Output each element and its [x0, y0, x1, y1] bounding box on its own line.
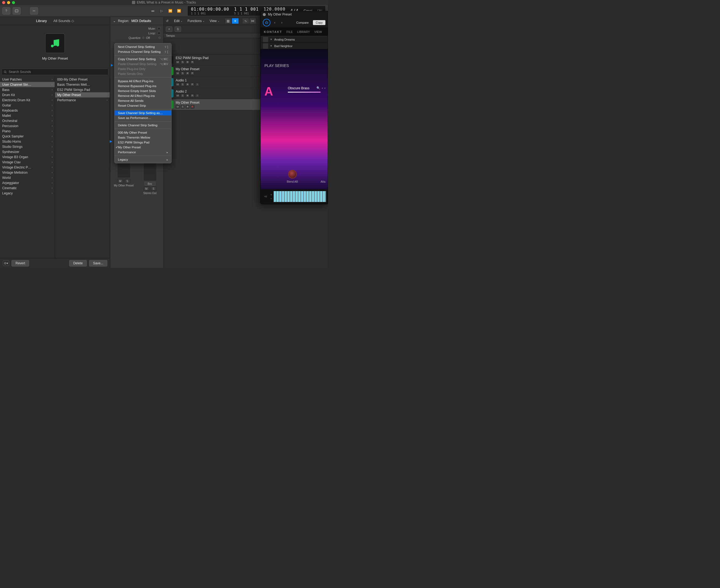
- revert-button[interactable]: Revert: [12, 260, 29, 267]
- browser-item[interactable]: Orchestral›: [0, 118, 55, 123]
- library-menu[interactable]: LIBRARY: [297, 30, 310, 34]
- context-menu-item[interactable]: Copy Channel Strip Setting⌥⌘C: [115, 57, 171, 62]
- browser-item[interactable]: Studio Strings›: [0, 144, 55, 149]
- browser-item[interactable]: World›: [0, 175, 55, 180]
- position-display[interactable]: 1 1 1 001: [234, 7, 259, 12]
- power-button[interactable]: ⏻: [263, 19, 270, 26]
- browser-item[interactable]: Mallet›: [0, 113, 55, 118]
- track-r-button[interactable]: R: [190, 94, 194, 98]
- track-❄-button[interactable]: ❄: [185, 71, 189, 75]
- browser-item[interactable]: Basic Theremin Mell…: [55, 82, 110, 87]
- context-menu-item[interactable]: Reset Channel Strip: [115, 103, 171, 108]
- region-header[interactable]: ⌄ Region: MIDI Defaults: [110, 17, 163, 25]
- browser-item[interactable]: Vintage Clav›: [0, 160, 55, 165]
- track-❄-button[interactable]: ❄: [185, 105, 189, 109]
- plugin-keyboard[interactable]: +0 + –: [261, 189, 328, 204]
- bounce-slot[interactable]: Bnc: [145, 182, 156, 186]
- piano-keys[interactable]: [274, 191, 326, 202]
- zoom-window[interactable]: [12, 1, 15, 4]
- track-❄-button[interactable]: ❄: [185, 94, 189, 98]
- add-track-button[interactable]: +: [166, 26, 172, 32]
- browser-item[interactable]: Keyboards›: [0, 108, 55, 113]
- context-menu-item[interactable]: Basic Theremin Mellow: [115, 135, 171, 140]
- scissors-button[interactable]: ✂: [30, 7, 38, 15]
- browser-item[interactable]: ES2 PWM Strings Pad: [55, 87, 110, 92]
- patch-name[interactable]: Obscure Brass: [288, 86, 309, 90]
- back-icon[interactable]: ↺: [166, 19, 171, 23]
- context-menu-item[interactable]: Next Channel Strip Setting⇧ ]: [115, 44, 171, 49]
- time-display[interactable]: 01:00:00:00.00: [191, 7, 229, 12]
- browser-item[interactable]: Bass›: [0, 87, 55, 92]
- context-menu-item[interactable]: 000-My Other Preset: [115, 130, 171, 135]
- track-❄-button[interactable]: ❄: [185, 83, 189, 86]
- track-r-button[interactable]: R: [190, 83, 194, 86]
- file-menu[interactable]: FILE: [286, 30, 293, 34]
- collapse-toggle-2[interactable]: ▶: [110, 139, 112, 143]
- context-menu-item[interactable]: Remove All Effect Plug-ins: [115, 93, 171, 98]
- track-s-button[interactable]: S: [181, 105, 185, 109]
- plugin-view-menu[interactable]: VIEW: [314, 30, 322, 34]
- oct-up[interactable]: +: [270, 193, 272, 196]
- library-tab[interactable]: Library: [36, 19, 47, 23]
- context-menu-item[interactable]: Save as Performance…: [115, 115, 171, 120]
- library-button[interactable]: [13, 7, 21, 15]
- save-button[interactable]: Save...: [89, 260, 107, 267]
- track-s-button[interactable]: S: [181, 60, 185, 64]
- browser-item[interactable]: Piano›: [0, 128, 55, 134]
- plugin-titlebar[interactable]: My Other Preset: [261, 11, 328, 18]
- track-r-button[interactable]: R: [190, 60, 194, 64]
- prev-patch-icon[interactable]: ‹: [322, 86, 323, 90]
- browser-item[interactable]: Legacy›: [0, 191, 55, 196]
- context-menu-item[interactable]: Previous Channel Strip Setting⇧ [: [115, 49, 171, 54]
- delete-button[interactable]: Delete: [69, 260, 87, 267]
- prev-preset-icon[interactable]: ‹: [272, 20, 277, 25]
- plugin-close[interactable]: [263, 13, 266, 16]
- browser-item[interactable]: Quick Sampler›: [0, 134, 55, 139]
- track-r-button[interactable]: R: [190, 105, 194, 109]
- list-view-icon[interactable]: ≡: [232, 18, 239, 24]
- browser-item[interactable]: Arpeggiator›: [0, 180, 55, 185]
- track-m-button[interactable]: M: [176, 83, 180, 86]
- browser-col-2[interactable]: 000-My Other PresetBasic Theremin Mell…E…: [55, 77, 110, 258]
- track-s-button[interactable]: S: [181, 94, 185, 98]
- browser-item[interactable]: Percussion›: [0, 123, 55, 128]
- go-to-start[interactable]: ⏮: [149, 7, 157, 15]
- browser-item[interactable]: Synthesizer›: [0, 149, 55, 154]
- mute-checkbox[interactable]: [158, 27, 161, 30]
- all-sounds-dropdown[interactable]: All Sounds ◇: [54, 19, 74, 23]
- rack-instrument[interactable]: ▾Bad Neighbor: [261, 43, 328, 49]
- browser-item[interactable]: Vintage Electric P…›: [0, 165, 55, 170]
- bars-display[interactable]: 1 1 1 001: [191, 12, 229, 15]
- oct-down[interactable]: –: [270, 197, 272, 200]
- context-menu-item[interactable]: Remove Empty Insert Slots: [115, 88, 171, 93]
- automation-icon[interactable]: ∿: [242, 18, 249, 24]
- grid-view-icon[interactable]: ▦: [225, 18, 232, 24]
- rewind-button[interactable]: ⏪: [166, 7, 174, 15]
- browser-item[interactable]: Electronic Drum Kit›: [0, 98, 55, 103]
- track-m-button[interactable]: M: [176, 71, 180, 75]
- rack-instrument[interactable]: ▾Analog Dreams: [261, 36, 328, 43]
- browser-item[interactable]: My Other Preset: [55, 92, 110, 98]
- view-menu[interactable]: View ⌄: [208, 18, 221, 24]
- close-window[interactable]: [2, 1, 5, 4]
- flex-icon[interactable]: ⋈: [249, 18, 256, 24]
- loop-checkbox[interactable]: [158, 32, 161, 35]
- browser-item[interactable]: User Channel Stri…›: [0, 82, 55, 87]
- browser-item[interactable]: Performance›: [55, 98, 110, 103]
- browser-item[interactable]: User Patches›: [0, 77, 55, 82]
- search-patch-icon[interactable]: 🔍: [316, 86, 320, 90]
- browser-item[interactable]: Guitar›: [0, 103, 55, 108]
- context-menu-item[interactable]: ✓My Other Preset: [115, 145, 171, 150]
- duplicate-track-button[interactable]: ⎘: [174, 26, 181, 32]
- browser-item[interactable]: Vintage B3 Organ›: [0, 154, 55, 160]
- copy-button[interactable]: Copy: [313, 20, 325, 25]
- context-menu-item[interactable]: Remove Bypassed Plug-ins: [115, 84, 171, 88]
- browser-item[interactable]: 000-My Other Preset: [55, 77, 110, 82]
- context-menu-item[interactable]: Performance▸: [115, 150, 171, 155]
- context-menu-item[interactable]: Legacy▸: [115, 157, 171, 162]
- next-patch-icon[interactable]: ›: [324, 86, 325, 90]
- mute-button-2[interactable]: M: [144, 187, 149, 191]
- track-s-button[interactable]: S: [181, 71, 185, 75]
- play-button[interactable]: ▷: [158, 7, 166, 15]
- track-s-button[interactable]: S: [181, 83, 185, 86]
